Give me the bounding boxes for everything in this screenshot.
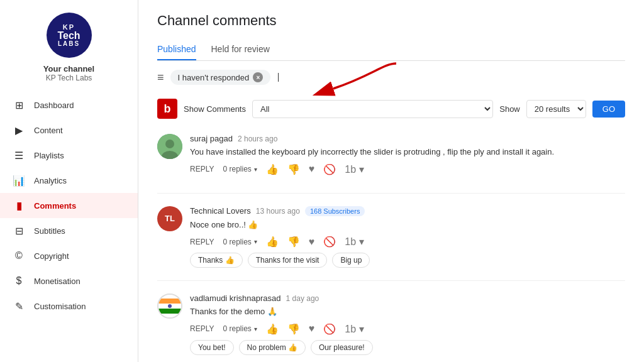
- comment-text: You have installed the keyboard ply inco…: [190, 146, 625, 158]
- sidebar-item-analytics[interactable]: 📊 Analytics: [0, 168, 138, 193]
- svg-point-2: [165, 140, 174, 148]
- thumbs-down-icon[interactable]: 👎: [287, 163, 300, 175]
- more-icon[interactable]: 1b ▾: [345, 236, 364, 248]
- text-cursor: [278, 73, 279, 82]
- tab-held-for-review[interactable]: Held for review: [211, 39, 270, 60]
- quick-reply-button[interactable]: You bet!: [190, 340, 234, 355]
- avatar: TL: [157, 206, 182, 231]
- dashboard-icon: ⊞: [13, 99, 25, 111]
- heart-icon[interactable]: ♥: [309, 323, 315, 334]
- comment-item: suraj pagad 2 hours ago You have install…: [157, 134, 625, 194]
- playlists-icon: ☰: [13, 149, 25, 162]
- replies-count: 0 replies: [223, 165, 251, 173]
- avatar: [157, 134, 182, 159]
- channel-sub: KP Tech Labs: [46, 74, 92, 82]
- comment-header: Technical Lovers 13 hours ago 168 Subscr…: [190, 206, 625, 216]
- comment-item: TL Technical Lovers 13 hours ago 168 Sub…: [157, 206, 625, 282]
- comment-time: 1 day ago: [286, 294, 319, 303]
- sidebar-item-label: Analytics: [34, 176, 67, 185]
- sidebar-item-comments[interactable]: ▮ Comments: [0, 193, 138, 218]
- sidebar-item-label: Content: [34, 126, 63, 135]
- sidebar-item-content[interactable]: ▶ Content: [0, 118, 138, 143]
- svg-rect-7: [158, 309, 181, 314]
- sidebar-item-playlists[interactable]: ☰ Playlists: [0, 143, 138, 168]
- sidebar-item-label: Copyright: [34, 251, 69, 261]
- comment-text: Noce one bro..! 👍: [190, 219, 625, 231]
- comment-body: Technical Lovers 13 hours ago 168 Subscr…: [190, 206, 625, 268]
- thumbs-down-icon[interactable]: 👎: [287, 323, 300, 335]
- more-icon[interactable]: 1b ▾: [345, 323, 364, 335]
- comment-text: Thanks for the demo 🙏: [190, 305, 625, 318]
- thumbs-up-icon[interactable]: 👍: [266, 236, 279, 248]
- avatar: [157, 293, 182, 319]
- channel-name: Your channel: [43, 64, 94, 74]
- comment-item: vadlamudi krishnaprasad 1 day ago Thanks…: [157, 293, 625, 362]
- filter-bar: ≡ I haven't responded ×: [157, 70, 625, 85]
- replies-count: 0 replies: [223, 324, 251, 333]
- sidebar-item-subtitles[interactable]: ⊟ Subtitles: [0, 218, 138, 243]
- reply-button[interactable]: REPLY: [190, 324, 214, 333]
- tab-published[interactable]: Published: [157, 39, 196, 60]
- filter-chip[interactable]: I haven't responded ×: [170, 70, 271, 85]
- thumbs-up-icon[interactable]: 👍: [266, 323, 279, 335]
- chevron-down-icon: ▾: [254, 238, 257, 245]
- tabs-bar: Published Held for review: [157, 39, 625, 61]
- quick-reply-button[interactable]: Thanks 👍: [190, 253, 243, 268]
- comment-header: suraj pagad 2 hours ago: [190, 134, 625, 143]
- comment-header: vadlamudi krishnaprasad 1 day ago: [190, 293, 625, 303]
- avatar-letter: TL: [165, 214, 175, 223]
- comments-filter-select[interactable]: All: [252, 100, 493, 118]
- chip-close-button[interactable]: ×: [253, 72, 263, 82]
- more-icon[interactable]: 1b ▾: [345, 163, 364, 175]
- chevron-down-icon: ▾: [254, 326, 257, 332]
- show-label: Show: [499, 104, 520, 114]
- comment-author: Technical Lovers: [190, 206, 251, 216]
- sidebar-item-monetisation[interactable]: $ Monetisation: [0, 268, 138, 293]
- sidebar-item-label: Dashboard: [34, 101, 74, 110]
- sidebar-item-customisation[interactable]: ✎ Customisation: [0, 293, 138, 319]
- replies-count: 0 replies: [223, 238, 251, 246]
- heart-icon[interactable]: ♥: [309, 236, 315, 248]
- hide-icon[interactable]: 🚫: [323, 323, 336, 335]
- sidebar: KP Tech LABS Your channel KP Tech Labs ⊞…: [0, 0, 138, 362]
- go-button[interactable]: GO: [592, 101, 625, 118]
- sidebar-item-copyright[interactable]: © Copyright: [0, 243, 138, 268]
- replies-toggle[interactable]: 0 replies ▾: [223, 238, 257, 246]
- sidebar-item-label: Customisation: [34, 302, 86, 311]
- channel-logo: KP Tech LABS: [47, 13, 92, 58]
- results-count-select[interactable]: 20 results: [526, 100, 586, 118]
- comment-body: vadlamudi krishnaprasad 1 day ago Thanks…: [190, 293, 625, 355]
- replies-toggle[interactable]: 0 replies ▾: [223, 165, 257, 173]
- show-comments-label: Show Comments: [184, 104, 246, 114]
- sidebar-item-label: Playlists: [34, 151, 64, 160]
- comments-list: suraj pagad 2 hours ago You have install…: [157, 134, 625, 362]
- quick-replies: Thanks 👍 Thanks for the visit Big up: [190, 253, 625, 268]
- avatar-flag: [158, 295, 181, 317]
- heart-icon[interactable]: ♥: [309, 163, 315, 175]
- thumbs-down-icon[interactable]: 👎: [287, 236, 300, 248]
- hide-icon[interactable]: 🚫: [323, 163, 336, 175]
- reply-button[interactable]: REPLY: [190, 165, 214, 173]
- hide-icon[interactable]: 🚫: [323, 236, 336, 248]
- sidebar-item-dashboard[interactable]: ⊞ Dashboard: [0, 92, 138, 118]
- monetisation-icon: $: [13, 275, 25, 287]
- quick-reply-button[interactable]: Thanks for the visit: [248, 253, 328, 268]
- chip-label: I haven't responded: [178, 73, 250, 82]
- thumbs-up-icon[interactable]: 👍: [266, 163, 279, 175]
- comments-icon: ▮: [13, 199, 25, 212]
- sidebar-item-label: Subtitles: [34, 226, 65, 236]
- filter-icon: ≡: [157, 71, 164, 84]
- comment-actions: REPLY 0 replies ▾ 👍 👎 ♥ 🚫 1b ▾: [190, 163, 625, 175]
- quick-reply-button[interactable]: Our pleasure!: [311, 340, 373, 355]
- svg-point-8: [168, 304, 172, 308]
- quick-reply-button[interactable]: Big up: [332, 253, 370, 268]
- main-content: Channel comments Published Held for revi…: [138, 0, 644, 362]
- reply-button[interactable]: REPLY: [190, 238, 214, 246]
- quick-reply-button[interactable]: No problem 👍: [239, 340, 306, 355]
- comment-actions: REPLY 0 replies ▾ 👍 👎 ♥ 🚫 1b ▾: [190, 323, 625, 335]
- replies-toggle[interactable]: 0 replies ▾: [223, 324, 257, 333]
- copyright-icon: ©: [13, 250, 25, 262]
- customisation-icon: ✎: [13, 300, 25, 312]
- comment-time: 2 hours ago: [238, 134, 277, 143]
- sidebar-item-label: Comments: [34, 201, 76, 211]
